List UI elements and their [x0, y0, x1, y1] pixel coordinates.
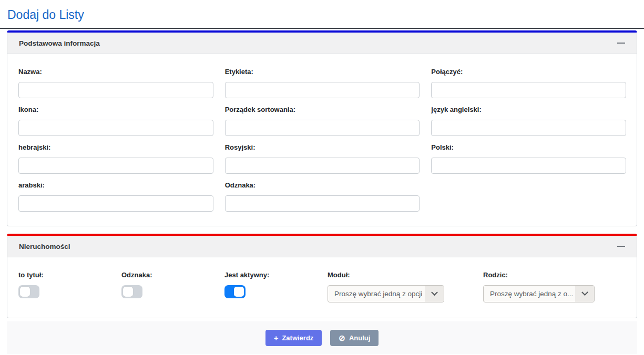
- plus-icon: +: [274, 334, 279, 342]
- section-basic-title: Podstawowa informacja: [19, 39, 100, 47]
- field-polaczyc: Połączyć:: [431, 68, 626, 98]
- field-rodzic: Rodzic: Proszę wybrać jedną z o...: [483, 271, 595, 302]
- field-arabski: arabski:: [18, 181, 213, 212]
- title-divider: [0, 28, 644, 29]
- toggle-knob: [20, 287, 30, 297]
- field-label: Połączyć:: [431, 68, 626, 76]
- field-jezyk-angielski: język angielski:: [431, 106, 626, 136]
- field-label: arabski:: [18, 181, 213, 189]
- field-label: hebrajski:: [18, 143, 213, 151]
- form-container: Podstawowa informacja Nazwa: Etykieta: P…: [7, 30, 637, 318]
- field-rosyjski: Rosyjski:: [225, 143, 420, 174]
- nazwa-input[interactable]: [18, 82, 213, 98]
- field-label: Moduł:: [328, 271, 483, 279]
- field-ikona: Ikona:: [18, 106, 213, 136]
- field-modul: Moduł: Proszę wybrać jedną z opcji: [328, 271, 483, 302]
- field-label: Nazwa:: [18, 68, 213, 76]
- hebrajski-input[interactable]: [18, 158, 213, 174]
- field-label: Rosyjski:: [225, 143, 420, 151]
- field-label: Odznaka:: [121, 271, 224, 279]
- modul-select[interactable]: Proszę wybrać jedną z opcji: [328, 285, 444, 302]
- field-label: Etykieta:: [225, 68, 420, 76]
- section-properties-header: Nieruchomości: [7, 236, 637, 257]
- section-basic-header: Podstawowa informacja: [7, 33, 637, 54]
- submit-button-label: Zatwierdz: [282, 334, 313, 342]
- chevron-down-icon: [575, 286, 594, 302]
- field-empty: [431, 181, 626, 212]
- field-etykieta: Etykieta:: [225, 68, 420, 98]
- toggle-knob: [234, 287, 244, 297]
- field-porzadek-sortowania: Porządek sortowania:: [225, 106, 420, 136]
- section-basic-information: Podstawowa informacja Nazwa: Etykieta: P…: [7, 30, 637, 226]
- etykieta-input[interactable]: [225, 82, 420, 98]
- porzadek-sortowania-input[interactable]: [225, 120, 420, 136]
- arabski-input[interactable]: [18, 195, 213, 212]
- field-label: język angielski:: [431, 106, 626, 113]
- field-to-tytul: to tytuł:: [18, 271, 121, 298]
- submit-button[interactable]: + Zatwierdz: [265, 330, 322, 346]
- odznaka-input[interactable]: [225, 195, 420, 212]
- chevron-down-icon: [425, 286, 444, 302]
- field-label: Odznaka:: [225, 181, 420, 189]
- collapse-icon[interactable]: [617, 43, 625, 44]
- field-polski: Polski:: [431, 143, 626, 174]
- field-label: Jest aktywny:: [224, 271, 328, 279]
- collapse-icon[interactable]: [617, 246, 625, 247]
- jezyk-angielski-input[interactable]: [431, 120, 626, 136]
- field-label: Ikona:: [18, 106, 213, 113]
- section-properties-title: Nieruchomości: [19, 243, 70, 250]
- section-basic-body: Nazwa: Etykieta: Połączyć: Ikona: Porząd…: [7, 54, 637, 226]
- section-properties-body: to tytuł: Odznaka: Jest aktywny: Moduł:: [7, 257, 637, 318]
- cancel-button-label: Anuluj: [349, 334, 370, 342]
- polski-input[interactable]: [431, 158, 626, 174]
- polaczyc-input[interactable]: [431, 82, 626, 98]
- field-label: to tytuł:: [18, 271, 121, 279]
- field-odznaka: Odznaka:: [225, 181, 420, 212]
- field-hebrajski: hebrajski:: [18, 143, 213, 174]
- cancel-button[interactable]: ⊘ Anuluj: [330, 330, 379, 346]
- field-label: Rodzic:: [483, 271, 595, 279]
- section-properties: Nieruchomości to tytuł: Odznaka: Jest ak…: [7, 234, 637, 318]
- jest-aktywny-toggle[interactable]: [224, 285, 246, 298]
- rodzic-select-value: Proszę wybrać jedną z o...: [484, 290, 573, 298]
- odznaka-toggle[interactable]: [121, 285, 142, 298]
- ikona-input[interactable]: [18, 120, 213, 136]
- rodzic-select[interactable]: Proszę wybrać jedną z o...: [483, 285, 595, 302]
- field-odznaka-toggle: Odznaka:: [121, 271, 224, 298]
- toggle-knob: [123, 287, 133, 297]
- to-tytul-toggle[interactable]: [18, 285, 39, 298]
- page-title: Dodaj do Listy: [0, 0, 644, 28]
- action-bar: + Zatwierdz ⊘ Anuluj: [7, 321, 637, 354]
- modul-select-value: Proszę wybrać jedną z opcji: [328, 290, 422, 298]
- ban-icon: ⊘: [339, 334, 345, 342]
- field-nazwa: Nazwa:: [18, 68, 213, 98]
- rosyjski-input[interactable]: [225, 158, 420, 174]
- field-jest-aktywny: Jest aktywny:: [224, 271, 328, 298]
- field-label: Polski:: [431, 143, 626, 151]
- field-label: Porządek sortowania:: [225, 106, 420, 113]
